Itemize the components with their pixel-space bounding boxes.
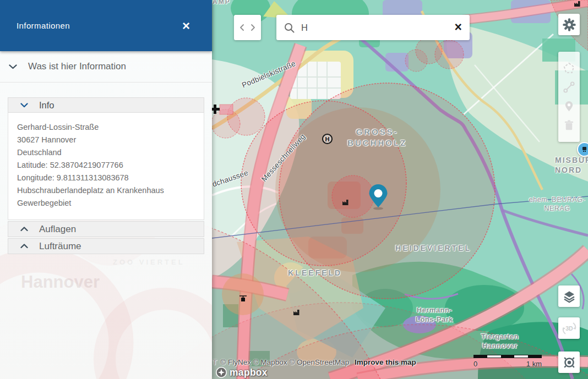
- map-label-misburg-nord: MISBURG- NORD: [555, 155, 588, 175]
- map-label-tiergarten-hannover: Tiergarten Hannover: [481, 332, 519, 351]
- layers-button[interactable]: [558, 285, 580, 307]
- panel-header: Informationen ×: [0, 0, 212, 51]
- accordion-auflagen[interactable]: Auflagen: [8, 221, 204, 237]
- accordion-info-header[interactable]: Info: [8, 97, 204, 113]
- panel-title: Informationen: [17, 21, 70, 30]
- info-section-label: Info: [39, 100, 55, 111]
- settings-button[interactable]: [558, 14, 580, 35]
- info-longitude: Longitude: 9.811311313083678: [17, 172, 195, 184]
- drop-pin-icon[interactable]: [563, 100, 575, 113]
- info-latitude: Latitude: 52.38704219077766: [17, 159, 195, 172]
- factory-icon: [342, 199, 349, 206]
- draw-polygon-icon[interactable]: [563, 62, 575, 74]
- attribution-fragment: T: [213, 358, 217, 366]
- attribution-osm[interactable]: © OpenStreetMap: [289, 358, 349, 366]
- locate-button[interactable]: [558, 351, 580, 373]
- chevron-up-icon: [20, 227, 28, 232]
- three-d-button[interactable]: 3D: [558, 317, 580, 339]
- info-street: Gerhard-Lossin-Straße: [17, 121, 195, 134]
- map-attribution: T© FlyNex © Mapbox © OpenStreetMap Impro…: [213, 358, 416, 366]
- trash-icon[interactable]: [563, 119, 575, 132]
- map-label-gross-buchholz: GROSS- BUCHHOLZ: [347, 127, 407, 148]
- map-label-deurag-nerag: ehem. DEURAG- NERAG: [529, 195, 585, 213]
- map-label-heideviertel: HEIDEVIERTEL: [395, 243, 471, 253]
- draw-route-icon[interactable]: [563, 81, 575, 94]
- search-icon: [284, 23, 295, 33]
- helipad-icon: H: [322, 134, 333, 144]
- cable-car-icon: [239, 295, 247, 302]
- scale-zero: 0: [473, 360, 477, 368]
- map-label-kleefeld: KLEEFELD: [288, 268, 342, 278]
- map-scale: 0 1 km: [473, 355, 542, 368]
- scale-bar: [473, 355, 542, 358]
- factory-icon: [574, 1, 581, 7]
- rotate-3d-icon: 3D: [560, 320, 578, 337]
- map-label-amp: AMP: [213, 0, 231, 7]
- flynex-map-app: AMP GROSS- BUCHHOLZ HEIDEVIERTEL KLEEFEL…: [0, 0, 588, 379]
- chevron-down-icon: [9, 64, 17, 69]
- improve-map-link[interactable]: Improve this map: [355, 358, 416, 366]
- ghost-city-label: Hannover: [21, 272, 100, 292]
- chevron-down-icon: [20, 103, 28, 108]
- was-ist-hier-label: Was ist hier Information: [28, 61, 126, 72]
- accordion-luftraeume[interactable]: Lufträume: [8, 238, 204, 254]
- mapbox-logo-icon: [215, 366, 227, 378]
- search-input[interactable]: [300, 22, 449, 34]
- info-area-type: Gewerbegebiet: [17, 197, 195, 210]
- layers-icon: [563, 290, 576, 303]
- info-country: Deutschland: [17, 146, 195, 159]
- panel-body: Hannover ZOO VIERTEL Was ist hier Inform…: [0, 51, 212, 379]
- info-section-content: Gerhard-Lossin-Straße 30627 Hannover Deu…: [8, 113, 204, 220]
- search-clear-icon[interactable]: ×: [455, 21, 462, 34]
- mapbox-logo[interactable]: mapbox: [215, 366, 268, 378]
- locate-target-icon: [562, 355, 576, 370]
- ghost-district-label: ZOO VIERTEL: [113, 258, 185, 266]
- info-panel: Informationen × Hannover ZOO VIERTEL Was…: [0, 0, 212, 379]
- scale-max: 1 km: [526, 360, 542, 368]
- draw-toolbar: [558, 52, 580, 142]
- attribution-flynex[interactable]: © FlyNex: [220, 358, 251, 366]
- chevron-right-icon[interactable]: [251, 24, 255, 31]
- info-city: 30627 Hannover: [17, 134, 195, 146]
- chevron-up-icon: [20, 244, 28, 249]
- svg-text:3D: 3D: [565, 325, 573, 332]
- factory-icon: [293, 309, 300, 316]
- luftraeume-label: Lufträume: [39, 241, 81, 252]
- gear-icon: [562, 17, 577, 32]
- info-poi: Hubschrauberlandeplatz an Krankenhaus: [17, 184, 195, 197]
- auflagen-label: Auflagen: [39, 224, 76, 235]
- search-history-nav: [234, 15, 261, 40]
- map-search-bar: ×: [276, 15, 470, 40]
- map-label-hermann-loens-park: Hermann- Löns-Park: [416, 306, 453, 325]
- accordion-was-ist-hier[interactable]: Was ist hier Information: [0, 51, 212, 83]
- panel-close-icon[interactable]: ×: [182, 19, 190, 32]
- transit-poi-icon: [577, 142, 588, 157]
- chevron-left-icon[interactable]: [239, 24, 244, 31]
- attribution-mapbox[interactable]: © Mapbox: [253, 358, 287, 366]
- accordion-info: Info Gerhard-Lossin-Straße 30627 Hannove…: [8, 97, 204, 220]
- location-marker-pin[interactable]: [367, 183, 390, 211]
